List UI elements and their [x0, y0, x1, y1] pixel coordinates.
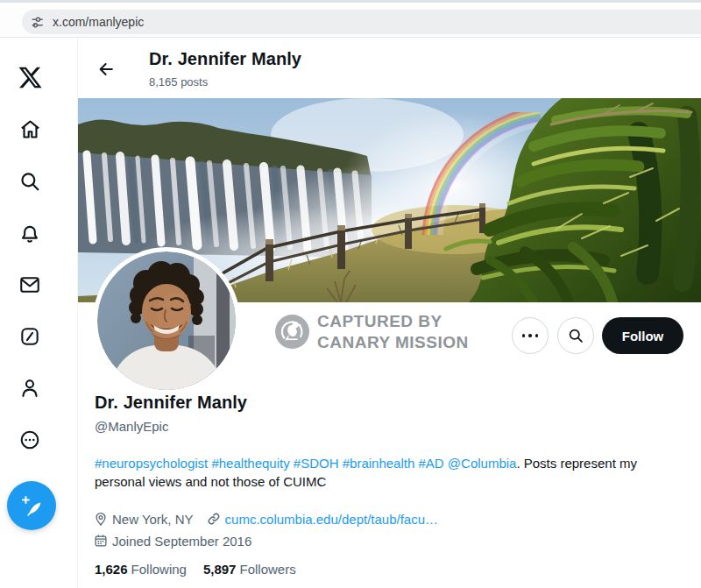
- profile-name: Dr. Jennifer Manly: [95, 393, 247, 413]
- site-settings-icon[interactable]: [30, 15, 45, 30]
- back-button[interactable]: [91, 54, 121, 84]
- meta-row-location-website: New York, NY cumc.columbia.edu/dept/taub…: [93, 511, 438, 527]
- followers-count: 5,897: [203, 562, 237, 577]
- bio-link[interactable]: #AD: [418, 456, 443, 471]
- bio-link[interactable]: #SDOH: [294, 456, 339, 471]
- sidebar-item-x-home-logo[interactable]: [18, 65, 42, 89]
- website-link[interactable]: cumc.columbia.edu/dept/taub/facu…: [225, 512, 438, 527]
- magnifier-icon: [567, 327, 584, 344]
- joined-text: Joined September 2016: [112, 534, 251, 549]
- follow-stats: 1,626 Following 5,897 Followers: [95, 562, 296, 577]
- following-count: 1,626: [95, 562, 128, 577]
- bio-link[interactable]: #brainhealth: [343, 456, 415, 471]
- bio-link[interactable]: #neuropsychologist: [95, 456, 208, 471]
- sidebar-item-notifications[interactable]: [18, 221, 42, 245]
- home-icon: [18, 117, 42, 141]
- x-logo-icon: [18, 65, 43, 90]
- page: x.com/manlyepic: [0, 0, 701, 588]
- following-label: Following: [131, 562, 187, 577]
- profile-handle: @ManlyEpic: [95, 419, 168, 434]
- posts-count: 8,165 posts: [149, 75, 208, 89]
- circle-ellipsis-icon: [18, 429, 41, 451]
- more-options-button[interactable]: [512, 317, 549, 354]
- location-text: New York, NY: [112, 512, 194, 527]
- sidebar-item-more[interactable]: [18, 428, 42, 452]
- sidebar-item-messages[interactable]: [18, 273, 42, 297]
- calendar-icon: [93, 533, 109, 549]
- bell-icon: [18, 222, 41, 244]
- sidebar-item-home[interactable]: [18, 117, 42, 141]
- avatar[interactable]: [93, 247, 240, 394]
- watermark-text: CAPTURED BY CANARY MISSION: [317, 311, 469, 353]
- watermark-line1: CAPTURED BY: [317, 311, 469, 332]
- address-bar[interactable]: x.com/manlyepic: [22, 10, 701, 34]
- sidebar-item-explore[interactable]: [18, 169, 42, 194]
- sidebar-item-profile[interactable]: [18, 376, 42, 400]
- search-icon: [18, 170, 41, 193]
- bio-link[interactable]: @Columbia: [448, 456, 517, 471]
- bio-link[interactable]: #healthequity: [211, 456, 289, 471]
- url-text[interactable]: x.com/manlyepic: [53, 15, 144, 29]
- envelope-icon: [18, 273, 41, 296]
- sidebar-item-grok[interactable]: [18, 324, 42, 349]
- following-stat[interactable]: 1,626 Following: [95, 562, 187, 577]
- grok-slash-icon: [18, 325, 41, 348]
- profile-search-button[interactable]: [557, 317, 594, 354]
- followers-label: Followers: [239, 562, 295, 577]
- feather-plus-icon: [19, 493, 44, 518]
- compose-post-button[interactable]: [7, 481, 56, 530]
- bio: #neuropsychologist #healthequity #SDOH #…: [95, 454, 655, 491]
- link-icon: [206, 511, 222, 527]
- browser-toolbar: x.com/manlyepic: [0, 0, 701, 38]
- followers-stat[interactable]: 5,897 Followers: [203, 562, 296, 577]
- watermark-line2: CANARY MISSION: [317, 332, 469, 353]
- ellipsis-icon: [522, 334, 539, 337]
- meta-row-joined: Joined September 2016: [93, 533, 251, 549]
- location-pin-icon: [93, 511, 109, 527]
- follow-button[interactable]: Follow: [602, 317, 683, 354]
- page-title: Dr. Jennifer Manly: [149, 49, 301, 69]
- person-icon: [18, 377, 41, 400]
- canary-mission-logo: [275, 315, 309, 349]
